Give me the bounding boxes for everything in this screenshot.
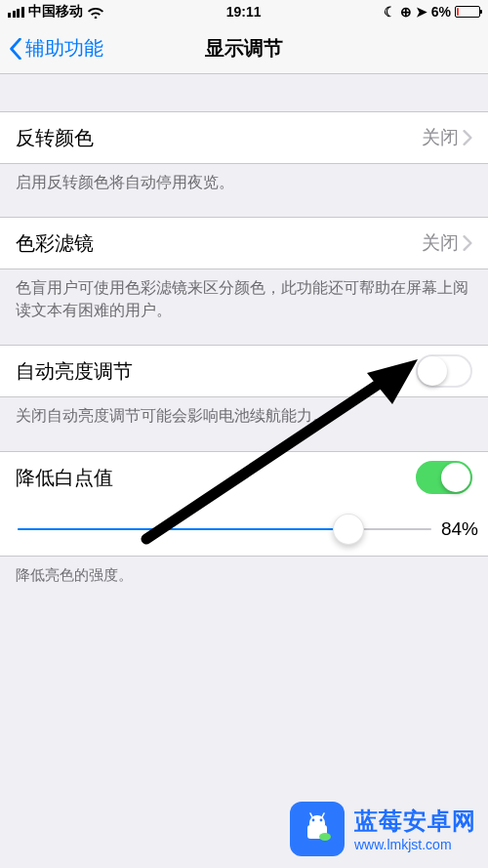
- svg-line-6: [322, 813, 324, 817]
- invert-label: 反转颜色: [16, 125, 422, 151]
- carrier-label: 中国移动: [28, 3, 83, 21]
- watermark-url: www.lmkjst.com: [354, 837, 452, 852]
- svg-point-4: [320, 819, 323, 822]
- colorfilters-label: 色彩滤镜: [16, 230, 422, 257]
- whitepoint-label: 降低白点值: [16, 465, 416, 491]
- chevron-right-icon: [463, 130, 472, 145]
- location-icon: ➤: [416, 4, 427, 20]
- autobrightness-footer: 关闭自动亮度调节可能会影响电池续航能力。: [0, 397, 488, 427]
- white-point-slider-row: 84%: [0, 504, 488, 557]
- watermark-logo-icon: [290, 802, 345, 856]
- chevron-right-icon: [463, 235, 472, 251]
- back-label: 辅助功能: [25, 35, 103, 62]
- row-reduce-white-point: 降低白点值: [0, 451, 488, 504]
- white-point-slider[interactable]: [18, 515, 431, 544]
- watermark-name: 蓝莓安卓网: [354, 806, 476, 837]
- chevron-left-icon: [8, 38, 23, 60]
- svg-line-5: [310, 813, 312, 817]
- colorfilters-value: 关闭: [422, 230, 472, 256]
- svg-point-3: [312, 819, 315, 822]
- white-point-value: 84%: [441, 518, 478, 540]
- row-color-filters[interactable]: 色彩滤镜 关闭: [0, 217, 488, 269]
- battery-icon: [455, 6, 480, 18]
- status-right: ☾ ⊕ ➤ 6%: [384, 4, 480, 20]
- auto-brightness-toggle[interactable]: [416, 354, 472, 388]
- whitepoint-footer: 降低亮色的强度。: [0, 557, 488, 585]
- invert-footer: 启用反转颜色将自动停用夜览。: [0, 164, 488, 193]
- status-time: 19:11: [226, 4, 262, 20]
- lock-rotation-icon: ⊕: [400, 4, 412, 20]
- signal-icon: [8, 7, 24, 18]
- wifi-icon: [87, 5, 104, 19]
- watermark-text: 蓝莓安卓网 www.lmkjst.com: [354, 806, 476, 852]
- back-button[interactable]: 辅助功能: [0, 35, 103, 62]
- nav-bar: 辅助功能 显示调节: [0, 23, 488, 74]
- battery-pct: 6%: [431, 4, 451, 20]
- row-auto-brightness: 自动亮度调节: [0, 345, 488, 397]
- moon-icon: ☾: [384, 4, 396, 20]
- status-left: 中国移动: [8, 3, 104, 21]
- invert-value: 关闭: [422, 125, 472, 150]
- row-invert-colors[interactable]: 反转颜色 关闭: [0, 111, 488, 164]
- watermark: 蓝莓安卓网 www.lmkjst.com: [290, 802, 476, 856]
- autobrightness-label: 自动亮度调节: [16, 358, 416, 385]
- white-point-toggle[interactable]: [416, 461, 472, 494]
- colorfilters-footer: 色盲用户可使用色彩滤镜来区分颜色，此功能还可帮助在屏幕上阅读文本有困难的用户。: [0, 269, 488, 321]
- status-bar: 中国移动 19:11 ☾ ⊕ ➤ 6%: [0, 0, 488, 23]
